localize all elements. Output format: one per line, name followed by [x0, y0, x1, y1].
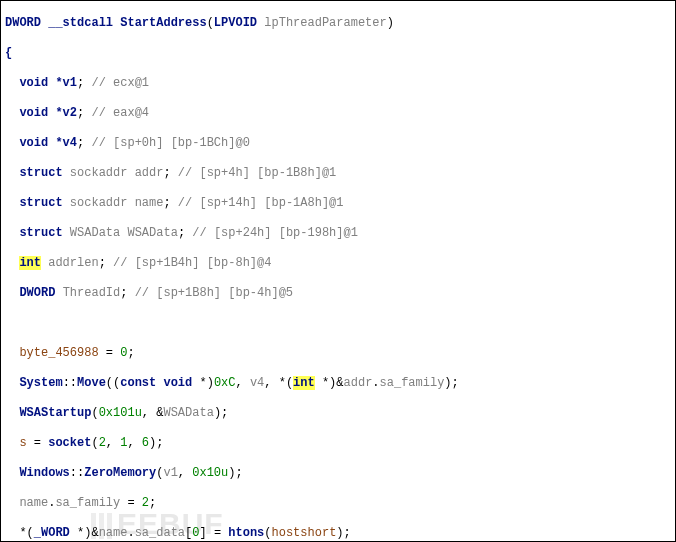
decl-name: *v4: [55, 136, 77, 150]
decl-struct: sockaddr: [70, 196, 128, 210]
decl-comment: // ecx@1: [91, 76, 149, 90]
fn: Move: [77, 376, 106, 390]
p: , &: [142, 406, 164, 420]
decl-name: ThreadId: [63, 286, 121, 300]
p: ,: [106, 436, 120, 450]
var: name: [19, 496, 48, 510]
num: 2: [142, 496, 149, 510]
p: , *(: [264, 376, 293, 390]
decl-type: struct: [19, 166, 62, 180]
num: 2: [99, 436, 106, 450]
function-name: StartAddress: [120, 16, 206, 30]
decl-struct: sockaddr: [70, 166, 128, 180]
decl-name: addr: [135, 166, 164, 180]
p: ;: [149, 496, 156, 510]
var: addr: [344, 376, 373, 390]
signature-line: DWORD __stdcall StartAddress(LPVOID lpTh…: [5, 16, 671, 31]
p: (: [264, 526, 271, 540]
field: sa_data: [135, 526, 185, 540]
p: );: [228, 466, 242, 480]
p: ,: [127, 436, 141, 450]
decl-struct: WSAData: [70, 226, 120, 240]
calling-convention: __stdcall: [48, 16, 113, 30]
p: ,: [235, 376, 249, 390]
op: .: [372, 376, 379, 390]
p: ,: [178, 466, 192, 480]
var: WSAData: [163, 406, 213, 420]
ns: Windows: [19, 466, 69, 480]
decl-type: DWORD: [19, 286, 55, 300]
decl-type: void: [19, 76, 48, 90]
decl-comment: // [sp+1B8h] [bp-4h]@5: [135, 286, 293, 300]
op: .: [127, 526, 134, 540]
decompiled-code: DWORD __stdcall StartAddress(LPVOID lpTh…: [1, 1, 675, 542]
var: name: [99, 526, 128, 540]
p: );: [214, 406, 228, 420]
decl-name: name: [135, 196, 164, 210]
p: *)&: [315, 376, 344, 390]
decl-comment: // [sp+4h] [bp-1B8h]@1: [178, 166, 336, 180]
ns: System: [19, 376, 62, 390]
decl-type: struct: [19, 196, 62, 210]
p: *)&: [70, 526, 99, 540]
cast-int-highlight: int: [293, 376, 315, 390]
decl-name: addrlen: [48, 256, 98, 270]
decl-type: struct: [19, 226, 62, 240]
field: sa_family: [380, 376, 445, 390]
p: );: [444, 376, 458, 390]
num: 0x10u: [192, 466, 228, 480]
decl-name: WSAData: [127, 226, 177, 240]
op: =: [120, 496, 142, 510]
var: v4: [250, 376, 264, 390]
type: _WORD: [34, 526, 70, 540]
decl-type: void: [19, 106, 48, 120]
decl-comment: // [sp+0h] [bp-1BCh]@0: [91, 136, 249, 150]
var: s: [19, 436, 26, 450]
op: =: [27, 436, 49, 450]
var: v1: [163, 466, 177, 480]
p: ] =: [199, 526, 228, 540]
fn: socket: [48, 436, 91, 450]
num: 0x101u: [99, 406, 142, 420]
op: ::: [70, 466, 84, 480]
param-name: lpThreadParameter: [264, 16, 386, 30]
fn: WSAStartup: [19, 406, 91, 420]
p: );: [149, 436, 163, 450]
return-type: DWORD: [5, 16, 41, 30]
p: ((: [106, 376, 120, 390]
decl-name: *v2: [55, 106, 77, 120]
decl-type: void: [19, 136, 48, 150]
kw: const void: [120, 376, 192, 390]
num: 0xC: [214, 376, 236, 390]
decl-comment: // [sp+1B4h] [bp-8h]@4: [113, 256, 271, 270]
global-byte: byte_456988: [19, 346, 98, 360]
p: *): [192, 376, 214, 390]
fn: htons: [228, 526, 264, 540]
decl-comment: // [sp+14h] [bp-1A8h]@1: [178, 196, 344, 210]
num: 0: [120, 346, 127, 360]
decl-type-highlight: int: [19, 256, 41, 270]
p: *(: [19, 526, 33, 540]
field: sa_family: [55, 496, 120, 510]
param-type: LPVOID: [214, 16, 257, 30]
p: (: [91, 406, 98, 420]
p: );: [336, 526, 350, 540]
var: hostshort: [272, 526, 337, 540]
fn: ZeroMemory: [84, 466, 156, 480]
decl-comment: // eax@4: [91, 106, 149, 120]
decl-comment: // [sp+24h] [bp-198h]@1: [192, 226, 358, 240]
num: 6: [142, 436, 149, 450]
decl-name: *v1: [55, 76, 77, 90]
op: =: [99, 346, 121, 360]
op: ::: [63, 376, 77, 390]
p: (: [91, 436, 98, 450]
